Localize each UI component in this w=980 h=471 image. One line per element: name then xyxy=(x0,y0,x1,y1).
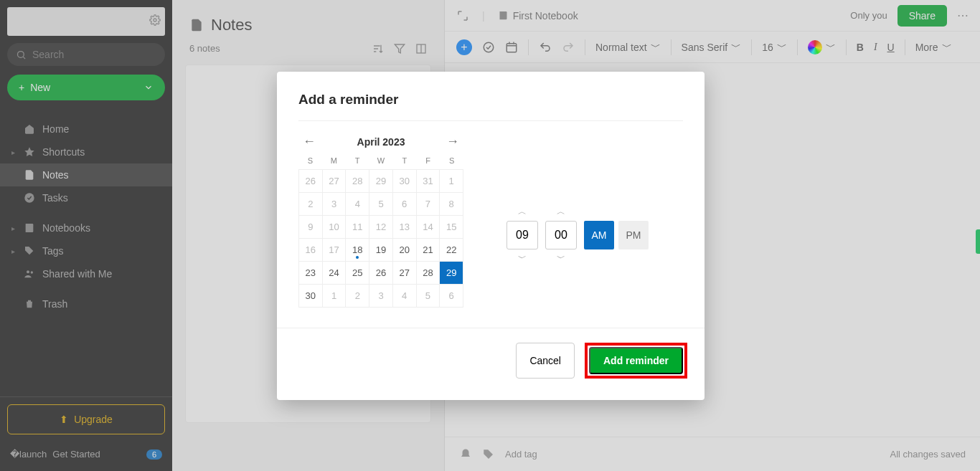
dow-label: T xyxy=(346,153,369,168)
calendar-day[interactable]: 17 xyxy=(323,239,347,262)
calendar-day[interactable]: 8 xyxy=(440,193,463,216)
calendar-day[interactable]: 28 xyxy=(346,170,369,193)
calendar-day[interactable]: 3 xyxy=(323,193,347,216)
time-picker: ︿ ﹀ ︿ ﹀ AM PM xyxy=(507,163,649,308)
calendar-day[interactable]: 14 xyxy=(417,216,440,239)
calendar-day[interactable]: 4 xyxy=(393,285,417,308)
add-reminder-button[interactable]: Add reminder xyxy=(589,347,683,374)
next-month-button[interactable]: → xyxy=(446,134,459,149)
reminder-modal: Add a reminder ← April 2023 → SMTWTFS 26… xyxy=(277,72,705,400)
minute-down[interactable]: ﹀ xyxy=(557,252,565,265)
calendar-day[interactable]: 27 xyxy=(393,262,417,285)
calendar-day[interactable]: 16 xyxy=(299,239,323,262)
hour-down[interactable]: ﹀ xyxy=(518,252,527,265)
calendar-day[interactable]: 2 xyxy=(346,285,369,308)
calendar-day[interactable]: 29 xyxy=(440,262,463,285)
calendar-day[interactable]: 22 xyxy=(440,239,463,262)
calendar-day[interactable]: 15 xyxy=(440,216,463,239)
calendar-day[interactable]: 1 xyxy=(440,170,463,193)
dow-label: M xyxy=(322,153,346,168)
calendar-day[interactable]: 23 xyxy=(299,262,323,285)
calendar-day[interactable]: 9 xyxy=(299,216,323,239)
calendar-day[interactable]: 7 xyxy=(417,193,440,216)
add-reminder-highlight: Add reminder xyxy=(585,343,687,379)
dow-label: S xyxy=(440,153,463,168)
calendar-day[interactable]: 12 xyxy=(369,216,393,239)
calendar-day[interactable]: 20 xyxy=(393,239,417,262)
calendar-day[interactable]: 6 xyxy=(393,193,417,216)
am-button[interactable]: AM xyxy=(584,221,614,249)
month-label: April 2023 xyxy=(357,136,405,148)
calendar-day[interactable]: 25 xyxy=(346,262,369,285)
calendar-day[interactable]: 5 xyxy=(417,285,440,308)
calendar-day[interactable]: 28 xyxy=(417,262,440,285)
calendar-day[interactable]: 21 xyxy=(417,239,440,262)
pm-button[interactable]: PM xyxy=(618,221,649,249)
calendar-day[interactable]: 30 xyxy=(299,285,323,308)
modal-title: Add a reminder xyxy=(298,92,683,108)
calendar-day[interactable]: 1 xyxy=(323,285,347,308)
hour-up[interactable]: ︿ xyxy=(518,206,527,218)
calendar: ← April 2023 → SMTWTFS 26272829303112345… xyxy=(298,134,463,308)
prev-month-button[interactable]: ← xyxy=(303,134,316,149)
calendar-day[interactable]: 6 xyxy=(440,285,463,308)
calendar-day[interactable]: 4 xyxy=(346,193,369,216)
calendar-day[interactable]: 5 xyxy=(369,193,393,216)
calendar-day[interactable]: 29 xyxy=(369,170,393,193)
minute-input[interactable] xyxy=(545,221,577,249)
dow-label: F xyxy=(416,153,440,168)
calendar-day[interactable]: 30 xyxy=(393,170,417,193)
calendar-day[interactable]: 2 xyxy=(299,193,323,216)
calendar-day[interactable]: 19 xyxy=(369,239,393,262)
calendar-day[interactable]: 11 xyxy=(346,216,369,239)
calendar-day[interactable]: 26 xyxy=(369,262,393,285)
dow-label: S xyxy=(298,153,322,168)
calendar-day[interactable]: 24 xyxy=(323,262,347,285)
calendar-day[interactable]: 27 xyxy=(323,170,347,193)
calendar-day[interactable]: 31 xyxy=(417,170,440,193)
minute-up[interactable]: ︿ xyxy=(557,206,565,218)
calendar-day[interactable]: 10 xyxy=(323,216,347,239)
calendar-day[interactable]: 18 xyxy=(346,239,369,262)
hour-input[interactable] xyxy=(507,221,538,249)
dow-label: W xyxy=(369,153,393,168)
calendar-day[interactable]: 3 xyxy=(369,285,393,308)
dow-label: T xyxy=(392,153,416,168)
cancel-button[interactable]: Cancel xyxy=(516,343,575,379)
calendar-day[interactable]: 26 xyxy=(299,170,323,193)
calendar-day[interactable]: 13 xyxy=(393,216,417,239)
